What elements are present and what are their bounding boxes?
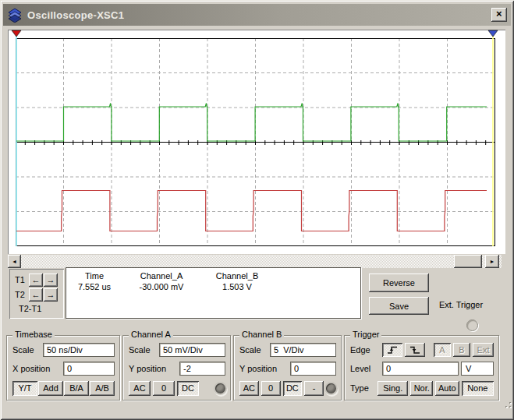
save-button[interactable]: Save bbox=[369, 297, 429, 315]
channel-b-yposition-label: Y position bbox=[239, 364, 288, 373]
channel-a-scale-input[interactable] bbox=[159, 343, 225, 357]
t1-step-right-button[interactable]: → bbox=[44, 274, 58, 287]
trigger-type-normal-button[interactable]: Nor. bbox=[410, 381, 433, 396]
trigger-rising-edge-button[interactable] bbox=[382, 343, 402, 357]
ext-trigger-terminal bbox=[466, 319, 478, 331]
t1-channel-a-value: -30.000 mV bbox=[122, 282, 200, 293]
cursor-panel: T1 ← → T2 ← → T2-T1 bbox=[9, 269, 64, 319]
trigger-level-unit-field[interactable]: V bbox=[461, 362, 494, 376]
arrow-left-icon: ← bbox=[32, 275, 41, 284]
trigger-source-ext-button[interactable]: Ext bbox=[473, 343, 494, 357]
channel-a-yposition-label: Y position bbox=[129, 364, 177, 373]
t1-time-value: 7.552 us bbox=[66, 282, 122, 293]
arrow-right-icon: → bbox=[47, 290, 55, 299]
column-header-channel-b: Channel_B bbox=[200, 271, 274, 282]
arrow-left-icon: ← bbox=[32, 290, 41, 299]
t1-channel-b-value: 1.503 V bbox=[200, 282, 274, 293]
channel-b-group: Channel B Scale Y position AC 0 DC - bbox=[233, 335, 342, 401]
t2-step-left-button[interactable]: ← bbox=[29, 288, 43, 302]
trigger-group: Trigger Edge A B Ext Level bbox=[344, 335, 499, 401]
channel-b-scale-label: Scale bbox=[239, 345, 268, 355]
close-icon: × bbox=[496, 8, 502, 19]
trigger-type-auto-button[interactable]: Auto bbox=[435, 381, 459, 396]
t2-label: T2 bbox=[15, 290, 29, 299]
trigger-type-single-button[interactable]: Sing. bbox=[378, 381, 408, 396]
t1-step-left-button[interactable]: ← bbox=[29, 274, 43, 287]
channel-b-coupling-dc-button[interactable]: DC bbox=[283, 381, 303, 396]
column-header-channel-a: Channel_A bbox=[122, 271, 200, 282]
resize-grip[interactable] bbox=[502, 399, 512, 408]
column-header-time: Time bbox=[66, 271, 122, 282]
window-title: Oscilloscope-XSC1 bbox=[27, 9, 124, 21]
trigger-falling-edge-button[interactable] bbox=[405, 343, 425, 357]
channel-b-terminal bbox=[326, 383, 336, 394]
trigger-level-input[interactable] bbox=[382, 362, 459, 376]
channel-a-scale-label: Scale bbox=[129, 345, 157, 355]
channel-b-coupling-minus-button[interactable]: - bbox=[304, 381, 324, 396]
timebase-group-label: Timebase bbox=[12, 330, 55, 340]
rising-edge-icon bbox=[387, 345, 398, 355]
trigger-type-label: Type bbox=[350, 383, 375, 393]
scroll-left-button[interactable]: ◄ bbox=[8, 255, 21, 268]
measurement-readout: Time Channel_A Channel_B 7.552 us -30.00… bbox=[66, 267, 361, 319]
timebase-scale-input[interactable] bbox=[43, 343, 115, 357]
graticule bbox=[8, 30, 505, 254]
channel-a-coupling-dc-button[interactable]: DC bbox=[177, 381, 199, 396]
trigger-group-label: Trigger bbox=[350, 330, 381, 340]
channel-b-group-label: Channel B bbox=[239, 330, 284, 340]
channel-a-trace bbox=[16, 104, 487, 142]
channel-a-yposition-input[interactable] bbox=[179, 362, 225, 376]
close-button[interactable]: × bbox=[491, 8, 507, 22]
scroll-right-icon: ► bbox=[490, 259, 495, 264]
t2-step-right-button[interactable]: → bbox=[44, 288, 58, 302]
falling-edge-icon bbox=[409, 345, 420, 355]
axes-mode-ab-button[interactable]: A/B bbox=[90, 381, 115, 396]
timebase-xposition-input[interactable] bbox=[63, 362, 115, 376]
channel-a-group: Channel A Scale Y position AC 0 DC bbox=[122, 335, 231, 401]
trigger-source-a-button[interactable]: A bbox=[434, 343, 451, 357]
channel-b-trace bbox=[16, 191, 487, 231]
channel-a-coupling-0-button[interactable]: 0 bbox=[153, 381, 175, 396]
t2-t1-label: T2-T1 bbox=[19, 304, 64, 313]
arrow-right-icon: → bbox=[47, 275, 55, 284]
horizontal-scrollbar[interactable]: ◄ ► bbox=[8, 255, 502, 268]
ext-trigger-label: Ext. Trigger bbox=[430, 300, 492, 309]
reverse-button[interactable]: Reverse bbox=[369, 274, 429, 292]
channel-a-group-label: Channel A bbox=[129, 330, 173, 340]
channel-a-terminal bbox=[215, 383, 225, 394]
scope-display bbox=[8, 30, 505, 254]
oscilloscope-window: Oscilloscope-XSC1 × ◄ ► T1 ← → T2 ← → T2… bbox=[0, 0, 514, 420]
trigger-level-label: Level bbox=[350, 364, 380, 373]
channel-b-scale-input[interactable] bbox=[270, 343, 336, 357]
t2-cursor-handle[interactable] bbox=[488, 30, 498, 37]
timebase-xposition-label: X position bbox=[12, 364, 61, 373]
channel-b-coupling-ac-button[interactable]: AC bbox=[239, 381, 259, 396]
timebase-group: Timebase Scale X position Y/T Add B/A A/… bbox=[6, 335, 120, 401]
t1-label: T1 bbox=[15, 275, 29, 284]
axes-mode-yt-button[interactable]: Y/T bbox=[12, 381, 37, 396]
title-bar: Oscilloscope-XSC1 × bbox=[3, 4, 511, 26]
timebase-scale-label: Scale bbox=[12, 345, 41, 355]
axes-mode-ba-button[interactable]: B/A bbox=[64, 381, 89, 396]
t1-cursor-handle[interactable] bbox=[12, 30, 21, 37]
axes-mode-add-button[interactable]: Add bbox=[38, 381, 63, 396]
scrollbar-thumb[interactable] bbox=[454, 255, 482, 268]
channel-b-yposition-input[interactable] bbox=[290, 362, 336, 376]
channel-a-coupling-ac-button[interactable]: AC bbox=[129, 381, 151, 396]
trigger-type-none-button[interactable]: None bbox=[462, 381, 494, 396]
trigger-source-b-button[interactable]: B bbox=[453, 343, 470, 357]
scroll-left-icon: ◄ bbox=[12, 259, 17, 264]
channel-b-coupling-0-button[interactable]: 0 bbox=[261, 381, 281, 396]
scroll-right-button[interactable]: ► bbox=[485, 255, 499, 268]
trigger-edge-label: Edge bbox=[350, 345, 380, 355]
app-icon bbox=[7, 7, 23, 23]
